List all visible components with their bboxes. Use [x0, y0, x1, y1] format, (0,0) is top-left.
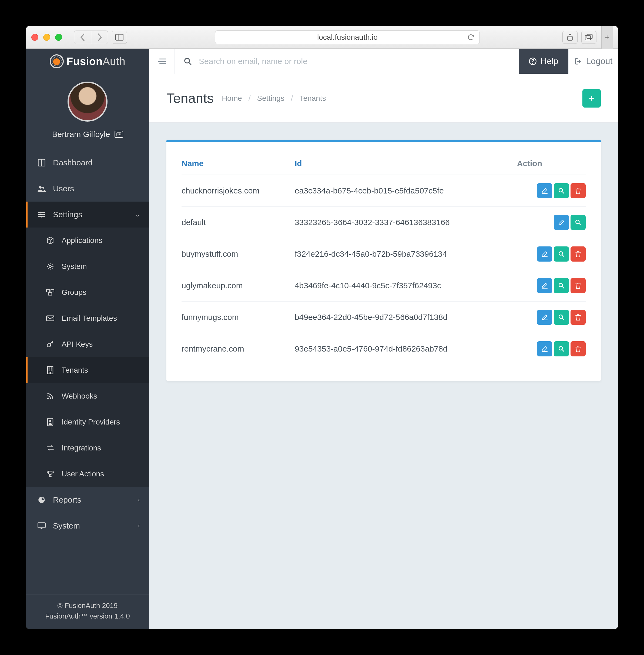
- sidebar-item-system-settings[interactable]: System: [26, 253, 149, 279]
- view-button[interactable]: [571, 215, 585, 230]
- sidebar: ⬤ FusionAuth Bertram Gilfoyle Dashboard: [26, 49, 149, 629]
- edit-button[interactable]: [537, 183, 552, 198]
- view-button[interactable]: [554, 341, 569, 356]
- sidebar-item-label: User Actions: [62, 470, 104, 478]
- help-button[interactable]: Help: [519, 49, 568, 74]
- sidebar-item-settings[interactable]: Settings ⌄: [26, 202, 149, 227]
- col-id[interactable]: Id: [295, 152, 517, 175]
- svg-point-59: [559, 315, 562, 318]
- breadcrumb-separator: /: [291, 94, 293, 103]
- logout-button[interactable]: Logout: [568, 49, 618, 74]
- sidebar-item-integrations[interactable]: Integrations: [26, 435, 149, 461]
- brand-name: FusionAuth: [66, 55, 125, 68]
- minimize-window-button[interactable]: [43, 34, 50, 41]
- search-input[interactable]: [199, 57, 509, 66]
- tenants-table: Name Id Action chucknorrisjokes.comea3c3…: [182, 152, 585, 364]
- svg-rect-0: [116, 34, 123, 40]
- sidebar-item-label: API Keys: [62, 340, 93, 348]
- brand-logo-icon: ⬤: [50, 54, 64, 68]
- view-button[interactable]: [554, 246, 569, 262]
- edit-button[interactable]: [554, 215, 569, 230]
- add-tenant-button[interactable]: [582, 89, 601, 108]
- sidebar-item-api-keys[interactable]: API Keys: [26, 331, 149, 357]
- sidebar-item-reports[interactable]: Reports ‹: [26, 487, 149, 513]
- address-bar[interactable]: local.fusionauth.io: [215, 30, 480, 44]
- back-button[interactable]: [74, 31, 91, 44]
- profile-name: Bertram Gilfoyle: [52, 130, 110, 139]
- trophy-icon: [45, 470, 55, 478]
- delete-button[interactable]: [571, 341, 585, 356]
- app: ⬤ FusionAuth Bertram Gilfoyle Dashboard: [26, 49, 618, 629]
- new-tab-button[interactable]: +: [601, 26, 613, 49]
- delete-button[interactable]: [571, 278, 585, 293]
- edit-button[interactable]: [537, 246, 552, 262]
- sidebar-item-email-templates[interactable]: Email Templates: [26, 306, 149, 331]
- sidebar-item-groups[interactable]: Groups: [26, 279, 149, 306]
- sidebar-item-dashboard[interactable]: Dashboard: [26, 150, 149, 176]
- svg-rect-34: [38, 523, 45, 527]
- sidebar-item-label: Tenants: [62, 366, 88, 375]
- view-button[interactable]: [554, 310, 569, 325]
- forward-button[interactable]: [91, 31, 108, 44]
- edit-button[interactable]: [537, 310, 552, 325]
- cell-name: buymystuff.com: [182, 238, 295, 270]
- cell-id: ea3c334a-b675-4ceb-b015-e5fda507c5fe: [295, 175, 517, 207]
- svg-rect-46: [542, 193, 548, 194]
- cell-id: f324e216-dc34-45a0-b72b-59ba73396134: [295, 238, 517, 270]
- svg-point-40: [185, 58, 190, 63]
- topbar: Help Logout: [149, 49, 618, 74]
- edit-button[interactable]: [537, 341, 552, 356]
- delete-button[interactable]: [571, 246, 585, 262]
- id-card-icon[interactable]: [115, 131, 123, 138]
- cell-id: 93e54353-a0e5-4760-974d-fd86263ab78d: [295, 333, 517, 365]
- collapse-sidebar-button[interactable]: [149, 49, 175, 74]
- avatar[interactable]: [68, 82, 108, 121]
- share-button[interactable]: [562, 31, 578, 44]
- svg-point-47: [559, 188, 562, 192]
- chevron-down-icon: ⌄: [135, 211, 140, 218]
- col-name[interactable]: Name: [182, 152, 295, 175]
- view-button[interactable]: [554, 183, 569, 198]
- sidebar-item-label: Users: [53, 184, 74, 193]
- svg-line-48: [562, 191, 564, 194]
- view-button[interactable]: [554, 278, 569, 293]
- sidebar-item-user-actions[interactable]: User Actions: [26, 461, 149, 487]
- brand[interactable]: ⬤ FusionAuth: [26, 49, 149, 74]
- breadcrumb-item[interactable]: Home: [222, 94, 242, 103]
- svg-rect-21: [51, 290, 54, 292]
- svg-line-41: [189, 63, 191, 65]
- svg-point-33: [49, 420, 51, 422]
- cell-actions: [517, 238, 585, 270]
- cell-actions: [517, 207, 585, 238]
- svg-rect-49: [558, 225, 564, 225]
- logout-label: Logout: [586, 56, 613, 66]
- svg-line-63: [562, 349, 564, 352]
- maximize-window-button[interactable]: [55, 34, 62, 41]
- edit-button[interactable]: [537, 278, 552, 293]
- sidebar-item-identity-providers[interactable]: Identity Providers: [26, 409, 149, 435]
- delete-button[interactable]: [571, 310, 585, 325]
- close-window-button[interactable]: [31, 34, 38, 41]
- sidebar-item-system[interactable]: System ‹: [26, 513, 149, 539]
- tabs-button[interactable]: [581, 31, 596, 44]
- sidebar-item-label: Groups: [62, 288, 87, 297]
- sidebar-item-tenants[interactable]: Tenants: [26, 357, 149, 383]
- reload-icon[interactable]: [467, 33, 475, 41]
- main: Help Logout Tenants Home / Settings / Te…: [149, 49, 618, 629]
- sidebar-item-applications[interactable]: Applications: [26, 227, 149, 253]
- chevron-left-icon: ‹: [138, 522, 140, 529]
- users-icon: [37, 185, 46, 193]
- breadcrumb-item[interactable]: Settings: [257, 94, 284, 103]
- gear-icon: [45, 263, 55, 270]
- svg-rect-23: [46, 316, 54, 321]
- logout-icon: [574, 57, 582, 65]
- delete-button[interactable]: [571, 183, 585, 198]
- svg-point-11: [39, 186, 42, 188]
- chevron-left-icon: ‹: [138, 496, 140, 503]
- sidebar-item-webhooks[interactable]: Webhooks: [26, 383, 149, 409]
- table-row: buymystuff.comf324e216-dc34-45a0-b72b-59…: [182, 238, 585, 270]
- sidebar-toggle-chrome[interactable]: [112, 31, 127, 44]
- sidebar-item-users[interactable]: Users: [26, 176, 149, 202]
- svg-point-14: [40, 211, 41, 213]
- sidebar-item-label: Dashboard: [53, 158, 93, 167]
